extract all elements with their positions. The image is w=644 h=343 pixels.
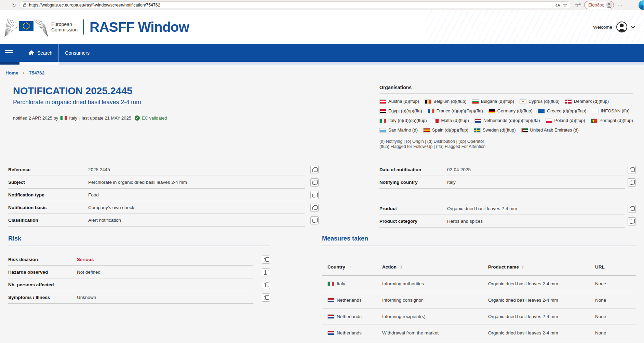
- favorites-list-icon[interactable]: [575, 2, 581, 8]
- column-label: URL: [595, 264, 605, 270]
- sort-icon[interactable]: [348, 264, 351, 270]
- organisation-item: Poland (d)(ffup): [546, 116, 585, 125]
- copy-button[interactable]: [310, 204, 319, 212]
- back-icon[interactable]: [3, 2, 9, 8]
- organisation-item: Egypt (o)(op)(ffa): [379, 106, 422, 116]
- copy-button[interactable]: [628, 166, 636, 174]
- field-label: Reference: [8, 167, 88, 172]
- copy-icon: [264, 258, 267, 262]
- measures-section: Measures taken Country Action Product na…: [322, 235, 636, 341]
- field-label: Subject: [8, 180, 88, 185]
- detail-row: Date of notification 02-04-2025: [379, 163, 636, 176]
- ec-logo[interactable]: European Commission: [4, 17, 78, 37]
- copy-button[interactable]: [310, 191, 319, 199]
- breadcrumb-home-link[interactable]: Home: [5, 70, 18, 76]
- country-flag-icon: [428, 109, 434, 113]
- copy-icon: [312, 206, 316, 210]
- column-label: Country: [327, 264, 345, 270]
- sort-icon[interactable]: [399, 264, 402, 270]
- country-flag-icon: [592, 109, 599, 113]
- home-icon: [28, 50, 34, 55]
- copy-button[interactable]: [628, 217, 636, 225]
- address-bar[interactable]: https://webgate.ec.europa.eu/rasff-windo…: [19, 1, 571, 9]
- notification-header: NOTIFICATION 2025.2445 Perchlorate in or…: [13, 85, 141, 106]
- copy-icon: [312, 168, 316, 172]
- refresh-icon[interactable]: [12, 2, 16, 8]
- app-title: RASFF Window: [90, 19, 189, 35]
- copy-button[interactable]: [262, 268, 270, 276]
- copy-icon: [630, 181, 633, 185]
- meta-country: Italy: [69, 115, 77, 121]
- country-flag-icon: [423, 128, 430, 133]
- field-value: Perchlorate in organic dried basil leave…: [88, 180, 187, 185]
- measures-title: Measures taken: [322, 235, 636, 242]
- favorite-star-icon[interactable]: [563, 2, 567, 8]
- edge-copilot-icon[interactable]: [639, 0, 644, 10]
- column-header[interactable]: Country: [327, 264, 382, 270]
- menu-toggle[interactable]: [0, 44, 19, 62]
- nav-consumers[interactable]: Consumers: [59, 44, 95, 62]
- country-flag-icon: [546, 119, 552, 123]
- field-label: Product category: [379, 219, 447, 224]
- details-right-bottom: Product Organic dried basil leaves 2-4 m…: [379, 202, 636, 228]
- column-header[interactable]: Action: [382, 264, 488, 270]
- detail-row: Product Organic dried basil leaves 2-4 m…: [379, 202, 636, 215]
- copy-button[interactable]: [310, 216, 319, 224]
- country-flag-icon: [379, 128, 386, 133]
- measure-url: None: [595, 281, 636, 286]
- organisation-item: Denmark (d)(ffup): [565, 97, 609, 106]
- nav-search-label: Search: [37, 50, 52, 56]
- ec-logo-graphic: [4, 17, 49, 37]
- copy-button[interactable]: [262, 256, 270, 264]
- copy-button[interactable]: [262, 293, 270, 302]
- column-label: Action: [382, 264, 397, 270]
- column-header[interactable]: Product name: [488, 264, 595, 270]
- measure-country: Netherlands: [337, 298, 362, 303]
- breadcrumb-current[interactable]: 754762: [29, 70, 44, 76]
- copy-button[interactable]: [262, 281, 270, 289]
- measure-row: Netherlands Informing recipient(s) Organ…: [322, 308, 636, 325]
- detail-row: Notification type Food: [8, 189, 319, 201]
- signin-button[interactable]: Είσοδος: [584, 1, 614, 9]
- copy-button[interactable]: [628, 205, 636, 213]
- country-flag-icon: [425, 99, 431, 104]
- column-header[interactable]: URL: [595, 264, 636, 270]
- copy-button[interactable]: [310, 166, 319, 174]
- copy-button[interactable]: [310, 178, 319, 187]
- measure-country: Netherlands: [337, 314, 362, 319]
- measure-url: None: [595, 314, 636, 319]
- field-value: Company's own check: [88, 205, 134, 210]
- organisation-label: Poland (d)(ffup): [554, 116, 585, 125]
- organisation-label: Portugal (d)(ffup): [600, 116, 633, 125]
- nav-consumers-label: Consumers: [65, 50, 90, 56]
- field-value: Herbs and spices: [447, 219, 483, 224]
- organisation-label: Germany (d)(ffup): [497, 106, 533, 116]
- copy-button[interactable]: [628, 178, 636, 187]
- browser-menu-icon[interactable]: [617, 2, 622, 8]
- risk-title: Risk: [8, 235, 270, 242]
- organisations-panel: Organisations Austria (d)(ffup) Belgium …: [379, 85, 633, 149]
- field-label: Hazards observed: [8, 270, 77, 275]
- country-flag-icon: [327, 298, 334, 302]
- ec-validated-badge: EC validated: [142, 115, 167, 121]
- nav-search[interactable]: Search: [23, 44, 58, 62]
- measure-country: Italy: [337, 281, 345, 286]
- chevron-down-icon[interactable]: [631, 24, 635, 29]
- sort-icon[interactable]: [522, 264, 524, 270]
- lock-icon: [23, 4, 26, 7]
- field-label: Classification: [8, 218, 88, 223]
- user-menu[interactable]: Welcome: [593, 22, 634, 32]
- organisation-item: Netherlands (d)(op)(ffup)(ffa): [474, 116, 540, 125]
- meta-last-update: | last update 21 MAY 2025: [79, 115, 131, 121]
- field-value: Italy: [447, 180, 456, 185]
- profile-avatar-icon: [606, 2, 613, 8]
- field-label: Nb. persons affected: [8, 282, 77, 287]
- detail-row: Product category Herbs and spices: [379, 215, 636, 228]
- measure-country-cell: Netherlands: [327, 314, 382, 319]
- page-subtitle: Perchlorate in organic dried basil leave…: [13, 99, 141, 106]
- user-avatar-icon[interactable]: [616, 22, 627, 32]
- translate-icon[interactable]: [555, 3, 560, 7]
- organisation-label: Malta (d)(ffup): [441, 116, 469, 125]
- check-circle-icon: [135, 115, 140, 121]
- field-value: ---: [77, 282, 82, 287]
